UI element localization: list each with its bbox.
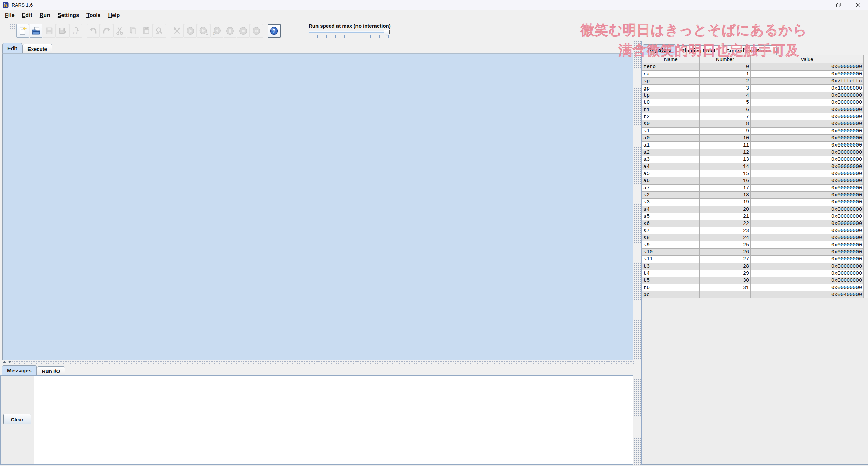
register-number-cell: 6: [700, 106, 751, 113]
svg-text:0101: 0101: [73, 32, 79, 35]
register-value-cell[interactable]: 0x00400000: [751, 291, 864, 298]
horizontal-splitter[interactable]: [0, 360, 634, 364]
toolbar-separator: [263, 24, 268, 38]
register-number-cell: 21: [700, 213, 751, 220]
register-row-t5: t5300x00000000: [642, 277, 864, 284]
editor-tab-strip: EditExecute: [0, 41, 634, 53]
tab-edit[interactable]: Edit: [2, 43, 22, 53]
register-value-cell[interactable]: 0x00000000: [751, 135, 864, 142]
backstep-icon: 1: [212, 26, 221, 35]
register-row-s4: s4200x00000000: [642, 206, 864, 213]
register-value-cell[interactable]: 0x00000000: [751, 142, 864, 149]
register-value-cell[interactable]: 0x00000000: [751, 270, 864, 277]
register-value-cell[interactable]: 0x00000000: [751, 113, 864, 120]
restore-button[interactable]: [829, 0, 848, 10]
register-value-cell[interactable]: 0x00000000: [751, 199, 864, 206]
menu-run[interactable]: Run: [36, 11, 54, 19]
vertical-splitter[interactable]: [634, 41, 642, 465]
register-value-cell[interactable]: 0x00000000: [751, 128, 864, 135]
collapse-up-icon[interactable]: [3, 361, 6, 363]
tab-execute[interactable]: Execute: [22, 44, 52, 53]
tab-messages[interactable]: Messages: [2, 365, 37, 375]
menu-help[interactable]: Help: [104, 11, 124, 19]
register-value-cell[interactable]: 0x00000000: [751, 163, 864, 170]
register-row-pc: pc0x00400000: [642, 291, 864, 298]
open-button[interactable]: [30, 24, 42, 38]
register-value-cell[interactable]: 0x00000000: [751, 63, 864, 71]
register-value-cell[interactable]: 0x00000000: [751, 92, 864, 99]
register-value-cell[interactable]: 0x00000000: [751, 277, 864, 284]
register-row-a7: a7170x00000000: [642, 185, 864, 192]
collapse-down-icon[interactable]: [8, 361, 12, 363]
register-value-cell[interactable]: 0x00000000: [751, 71, 864, 78]
pause-button: [224, 24, 236, 38]
run-speed-slider[interactable]: [309, 31, 389, 33]
registers-scrollbar[interactable]: [864, 55, 868, 298]
pause-icon: [226, 26, 234, 35]
register-value-cell[interactable]: 0x00000000: [751, 149, 864, 156]
register-value-cell[interactable]: 0x00000000: [751, 170, 864, 177]
register-value-cell[interactable]: 0x00000000: [751, 120, 864, 128]
register-value-cell[interactable]: 0x00000000: [751, 234, 864, 241]
register-name-cell: s8: [642, 234, 700, 241]
register-number-cell: 23: [700, 227, 751, 234]
register-value-cell[interactable]: 0x00000000: [751, 213, 864, 220]
messages-text-area[interactable]: [34, 376, 633, 464]
register-row-s10: s10260x00000000: [642, 249, 864, 256]
tab-control-and-status[interactable]: Control and Status: [721, 45, 776, 55]
register-value-cell[interactable]: 0x00000000: [751, 249, 864, 256]
register-value-cell[interactable]: 0x00000000: [751, 192, 864, 199]
copy-button: [127, 24, 139, 38]
register-number-cell: 13: [700, 156, 751, 163]
register-value-cell[interactable]: 0x00000000: [751, 256, 864, 263]
tab-floating-point[interactable]: Floating Point: [676, 45, 720, 55]
help-icon: ?: [270, 26, 278, 35]
register-value-cell[interactable]: 0x00000000: [751, 185, 864, 192]
register-name-cell: t1: [642, 106, 700, 113]
register-value-cell[interactable]: 0x00000000: [751, 227, 864, 234]
register-value-cell[interactable]: 0x10008000: [751, 85, 864, 92]
editor-area[interactable]: [2, 53, 633, 360]
save-icon: [45, 26, 54, 35]
register-row-s1: s190x00000000: [642, 128, 864, 135]
splitter-collapse-arrows[interactable]: [0, 360, 12, 364]
minimize-button[interactable]: [809, 0, 829, 10]
menu-bar: FileEditRunSettingsToolsHelp: [0, 10, 868, 20]
tab-registers[interactable]: Registers: [643, 44, 676, 55]
register-value-cell[interactable]: 0x00000000: [751, 220, 864, 227]
paste-icon: [142, 26, 151, 35]
register-value-cell[interactable]: 0x00000000: [751, 241, 864, 249]
register-row-a3: a3130x00000000: [642, 156, 864, 163]
register-value-cell[interactable]: 0x7fffeffc: [751, 78, 864, 85]
assemble-button: [171, 24, 184, 38]
register-value-cell[interactable]: 0x00000000: [751, 263, 864, 270]
register-row-gp: gp30x10008000: [642, 85, 864, 92]
register-number-cell: 17: [700, 185, 751, 192]
register-value-cell[interactable]: 0x00000000: [751, 284, 864, 291]
register-row-s9: s9250x00000000: [642, 241, 864, 249]
close-button[interactable]: [848, 0, 868, 10]
register-value-cell[interactable]: 0x00000000: [751, 106, 864, 113]
register-row-s5: s5210x00000000: [642, 213, 864, 220]
register-value-cell[interactable]: 0x00000000: [751, 206, 864, 213]
new-file-button[interactable]: [16, 24, 29, 38]
menu-settings[interactable]: Settings: [54, 11, 83, 19]
tab-run-i-o[interactable]: Run I/O: [37, 366, 65, 375]
register-value-cell[interactable]: 0x00000000: [751, 99, 864, 106]
register-number-cell: 2: [700, 78, 751, 85]
register-name-cell: a0: [642, 135, 700, 142]
register-value-cell[interactable]: 0x00000000: [751, 177, 864, 185]
menu-edit[interactable]: Edit: [18, 11, 36, 19]
register-value-cell[interactable]: 0x00000000: [751, 156, 864, 163]
register-number-cell: 8: [700, 120, 751, 128]
register-number-cell: [700, 291, 751, 298]
assemble-icon: [173, 26, 181, 35]
clear-button[interactable]: Clear: [3, 414, 31, 424]
register-name-cell: t3: [642, 263, 700, 270]
help-button[interactable]: ?: [268, 24, 281, 38]
register-row-s0: s080x00000000: [642, 120, 864, 128]
register-row-a2: a2120x00000000: [642, 149, 864, 156]
toolbar-drag-handle[interactable]: [3, 23, 15, 38]
menu-file[interactable]: File: [1, 11, 18, 19]
menu-tools[interactable]: Tools: [83, 11, 104, 19]
